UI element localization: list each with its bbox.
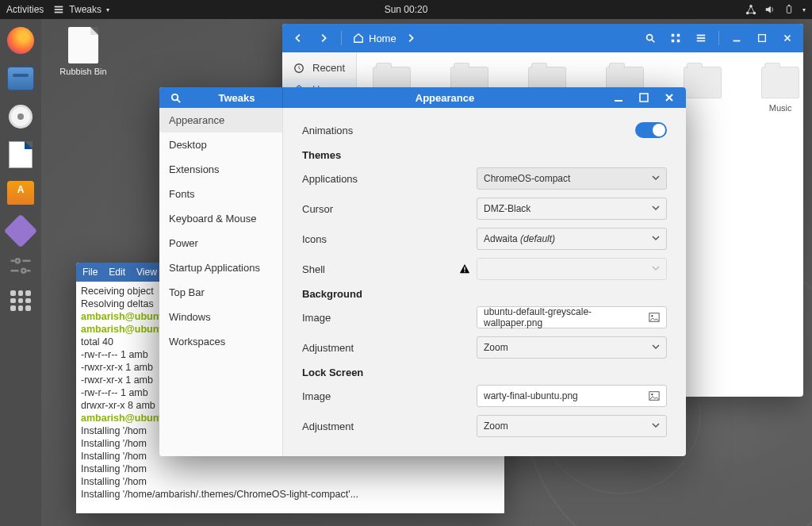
sidebar-item-windows[interactable]: Windows <box>159 305 282 329</box>
chevron-down-icon <box>652 233 660 244</box>
dock-software[interactable] <box>4 176 37 209</box>
power-icon[interactable] <box>783 4 795 15</box>
dock-firefox[interactable] <box>4 24 37 57</box>
lock-image-filechooser[interactable]: warty-final-ubuntu.png <box>477 385 667 407</box>
close-button[interactable] <box>776 28 799 48</box>
app-menu[interactable]: Tweaks ▾ <box>53 4 109 15</box>
activities-button[interactable]: Activities <box>6 4 44 15</box>
folder-icon <box>761 67 799 98</box>
file-icon <box>68 27 98 63</box>
view-grid-button[interactable] <box>665 28 687 48</box>
sidebar-item-fonts[interactable]: Fonts <box>159 182 282 206</box>
sidebar-item-label: Recent <box>312 62 345 74</box>
shell-label: Shell <box>302 263 459 275</box>
menu-file[interactable]: File <box>82 267 98 278</box>
svg-rect-22 <box>615 100 622 102</box>
bg-adjust-combo[interactable]: Zoom <box>477 336 667 359</box>
folder-item[interactable]: Music <box>753 67 803 113</box>
svg-rect-19 <box>759 35 766 42</box>
pathbar-label: Home <box>369 33 396 44</box>
svg-rect-15 <box>697 35 706 36</box>
chevron-down-icon <box>652 420 660 432</box>
dock-devhelp[interactable] <box>4 214 37 248</box>
svg-rect-1 <box>55 9 63 10</box>
network-icon[interactable] <box>745 4 756 15</box>
shell-label-row: Shell <box>302 263 477 275</box>
sidebar-item-extensions[interactable]: Extensions <box>159 157 282 182</box>
bg-adjust-label: Adjustment <box>302 342 477 354</box>
hamburger-menu-button[interactable] <box>690 28 712 48</box>
dock-show-apps[interactable] <box>4 284 37 317</box>
sidebar-item-desktop[interactable]: Desktop <box>159 132 282 157</box>
search-button[interactable] <box>159 92 191 104</box>
close-button[interactable] <box>657 87 681 108</box>
menu-view[interactable]: View <box>136 267 157 278</box>
volume-icon[interactable] <box>764 4 776 15</box>
forward-button[interactable] <box>312 28 335 48</box>
tweaks-icon <box>53 4 64 15</box>
chevron-down-icon: ▾ <box>106 6 109 13</box>
sidebar-item-workspaces[interactable]: Workspaces <box>159 329 282 354</box>
path-forward-button[interactable] <box>400 28 422 48</box>
applications-label: Applications <box>302 173 477 185</box>
top-panel: Activities Tweaks ▾ Sun 00:20 ▾ <box>0 0 812 19</box>
svg-rect-0 <box>55 6 63 8</box>
search-button[interactable] <box>639 28 661 48</box>
bg-image-filechooser[interactable]: ubuntu-default-greyscale-wallpaper.png <box>477 306 667 328</box>
tweaks-sidebar: Appearance Desktop Extensions Fonts Keyb… <box>159 108 283 456</box>
animations-switch[interactable] <box>635 122 667 138</box>
window-title-left: Tweaks <box>191 92 282 104</box>
pathbar-home[interactable]: Home <box>353 33 396 44</box>
svg-point-9 <box>21 269 25 273</box>
app-menu-label: Tweaks <box>69 4 102 15</box>
dock-libreoffice[interactable] <box>4 138 37 171</box>
svg-rect-11 <box>672 34 675 37</box>
svg-point-10 <box>647 35 653 40</box>
desktop-icon-label: Rubbish Bin <box>56 67 111 76</box>
shell-combo <box>477 258 667 280</box>
svg-rect-6 <box>787 6 791 13</box>
svg-rect-2 <box>55 12 63 13</box>
sidebar-item-appearance[interactable]: Appearance <box>159 108 282 132</box>
svg-rect-24 <box>464 267 465 270</box>
minimize-button[interactable] <box>726 28 748 48</box>
svg-rect-13 <box>672 40 675 43</box>
folder-icon <box>684 67 722 98</box>
tweaks-window: Tweaks Appearance Appearance Desktop Ext… <box>159 87 686 456</box>
sidebar-item-startup-applications[interactable]: Startup Applications <box>159 255 282 280</box>
animations-label: Animations <box>302 125 477 136</box>
clock[interactable]: Sun 00:20 <box>385 4 428 15</box>
cursor-combo[interactable]: DMZ-Black <box>477 198 667 220</box>
sidebar-item-top-bar[interactable]: Top Bar <box>159 280 282 305</box>
chevron-down-icon <box>652 263 660 275</box>
back-button[interactable] <box>287 28 309 48</box>
cursor-label: Cursor <box>302 203 477 215</box>
svg-rect-16 <box>697 37 706 39</box>
chevron-down-icon <box>652 173 660 184</box>
sidebar-item-keyboard-mouse[interactable]: Keyboard & Mouse <box>159 206 282 231</box>
home-icon <box>353 33 364 44</box>
desktop-trash[interactable]: Rubbish Bin <box>56 27 111 76</box>
chevron-down-icon: ▾ <box>802 6 806 13</box>
dock-rhythmbox[interactable] <box>4 100 37 133</box>
image-file-icon <box>649 390 660 401</box>
maximize-button[interactable] <box>632 87 656 108</box>
sidebar-item-power[interactable]: Power <box>159 231 282 255</box>
menu-edit[interactable]: Edit <box>109 267 125 278</box>
applications-combo[interactable]: ChromeOS-compact <box>477 167 667 190</box>
sidebar-recent[interactable]: Recent <box>282 57 356 79</box>
dock-files[interactable] <box>4 62 37 95</box>
svg-rect-7 <box>788 5 790 6</box>
tweaks-content: Animations Themes Applications ChromeOS-… <box>283 108 686 456</box>
dock-settings[interactable] <box>7 252 34 279</box>
maximize-button[interactable] <box>751 28 773 48</box>
svg-rect-14 <box>677 40 680 43</box>
svg-point-27 <box>651 315 653 317</box>
svg-rect-12 <box>677 34 680 37</box>
svg-point-29 <box>651 394 653 395</box>
lock-image-label: Image <box>302 390 477 402</box>
icons-combo[interactable]: Adwaita (default) <box>477 228 667 250</box>
lock-adjust-combo[interactable]: Zoom <box>477 415 667 437</box>
minimize-button[interactable] <box>607 87 630 108</box>
icons-label: Icons <box>302 233 477 245</box>
